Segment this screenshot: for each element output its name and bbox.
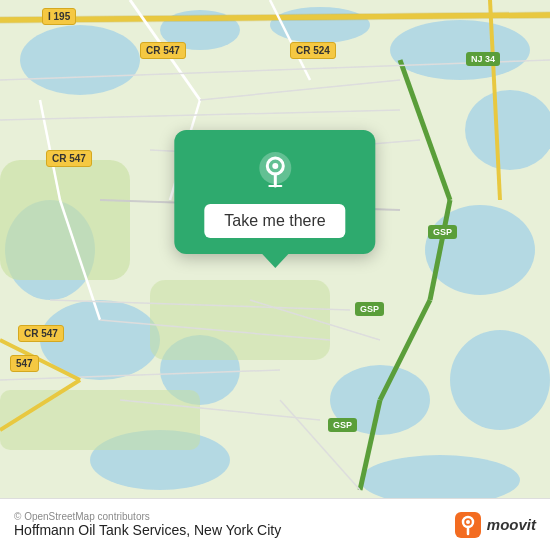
location-info: © OpenStreetMap contributors Hoffmann Oi… <box>14 511 281 538</box>
location-name: Hoffmann Oil Tank Services, New York Cit… <box>14 522 281 538</box>
popup-card: Take me there <box>174 130 375 254</box>
road-label-cr524: CR 524 <box>290 42 336 59</box>
road-label-547: 547 <box>10 355 39 372</box>
svg-line-25 <box>400 60 450 200</box>
svg-point-2 <box>270 7 370 43</box>
moovit-label: moovit <box>487 516 536 533</box>
road-label-cr547b: CR 547 <box>46 150 92 167</box>
svg-point-0 <box>20 25 140 95</box>
bottom-bar: © OpenStreetMap contributors Hoffmann Oi… <box>0 498 550 550</box>
map-container: I 195 CR 547 CR 524 NJ 34 CR 547 GSP GSP… <box>0 0 550 550</box>
road-label-cr547a: CR 547 <box>140 42 186 59</box>
road-label-gsp1: GSP <box>428 225 457 239</box>
svg-rect-13 <box>0 160 130 280</box>
moovit-logo: moovit <box>453 510 536 540</box>
svg-point-4 <box>465 90 550 170</box>
svg-point-3 <box>390 20 530 80</box>
svg-line-34 <box>200 80 400 100</box>
svg-point-10 <box>450 330 550 430</box>
moovit-brand-icon <box>453 510 483 540</box>
road-label-cr547c: CR 547 <box>18 325 64 342</box>
svg-line-30 <box>0 110 400 120</box>
road-label-nj34: NJ 34 <box>466 52 500 66</box>
svg-rect-14 <box>150 280 330 360</box>
svg-point-12 <box>360 455 520 500</box>
take-me-there-button[interactable]: Take me there <box>204 204 345 238</box>
svg-point-45 <box>272 163 278 169</box>
road-label-gsp2: GSP <box>355 302 384 316</box>
map-attribution: © OpenStreetMap contributors <box>14 511 281 522</box>
location-pin-icon <box>253 150 297 194</box>
svg-rect-15 <box>0 390 200 450</box>
road-label-gsp3: GSP <box>328 418 357 432</box>
road-label-i195: I 195 <box>42 8 76 25</box>
svg-point-49 <box>466 520 470 524</box>
